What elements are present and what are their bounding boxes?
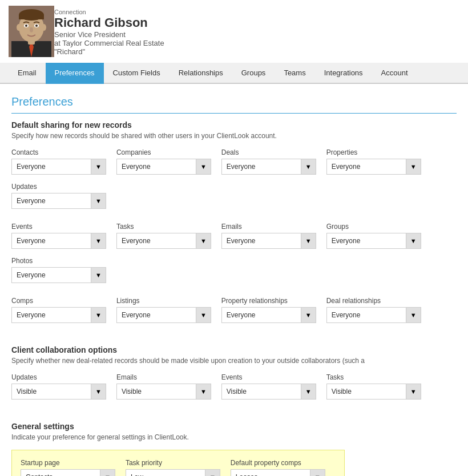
tab-email[interactable]: Email xyxy=(9,63,46,84)
sharing-groups-select[interactable]: EveryoneJust meMy team xyxy=(326,233,406,249)
sharing-tasks-btn[interactable]: ▼ xyxy=(196,233,211,249)
sharing-updates-select[interactable]: EveryoneJust meMy team xyxy=(11,193,91,209)
collab-events-btn[interactable]: ▼ xyxy=(301,384,316,400)
sharing-comps-select[interactable]: EveryoneJust meMy team xyxy=(11,307,91,323)
sharing-listings-select[interactable]: EveryoneJust meMy team xyxy=(116,307,196,323)
sharing-properties-btn[interactable]: ▼ xyxy=(406,159,421,175)
default-property-comps-select[interactable]: LeasesSales xyxy=(231,469,310,476)
collab-events-group: Events VisibleHidden ▼ xyxy=(221,373,316,400)
task-priority-btn[interactable]: ▼ xyxy=(205,469,220,476)
general-settings-box: Startup page ContactsDealsCompaniesPrope… xyxy=(11,450,345,476)
sharing-photos-select[interactable]: EveryoneJust meMy team xyxy=(11,267,91,283)
tab-integrations[interactable]: Integrations xyxy=(315,63,372,84)
task-priority-select[interactable]: LowMediumHigh xyxy=(126,469,205,476)
default-property-comps-label: Default property comps xyxy=(231,459,325,467)
collab-updates-label: Updates xyxy=(11,373,106,381)
collab-emails-btn[interactable]: ▼ xyxy=(196,384,211,400)
sharing-deal-relationships-btn[interactable]: ▼ xyxy=(406,307,421,323)
collab-tasks-btn[interactable]: ▼ xyxy=(406,384,421,400)
sharing-section: Default sharing for new records Specify … xyxy=(11,120,457,331)
collab-updates-btn[interactable]: ▼ xyxy=(91,384,106,400)
sharing-photos-btn[interactable]: ▼ xyxy=(91,267,106,283)
sharing-tasks-label: Tasks xyxy=(116,223,211,231)
sharing-listings-btn[interactable]: ▼ xyxy=(196,307,211,323)
collaboration-description: Specify whether new deal-related records… xyxy=(11,357,457,365)
sharing-description: Specify how new records should be shared… xyxy=(11,132,457,140)
general-heading: General settings xyxy=(11,422,457,431)
collab-updates-select[interactable]: VisibleHidden xyxy=(11,384,91,400)
sharing-emails-select[interactable]: EveryoneJust meMy team xyxy=(221,233,301,249)
sharing-events-group: Events EveryoneJust meMy team ▼ xyxy=(11,223,106,249)
startup-page-btn[interactable]: ▼ xyxy=(100,469,115,476)
task-priority-wrapper: LowMediumHigh ▼ xyxy=(126,469,220,476)
sharing-row-2: Events EveryoneJust meMy team ▼ Tasks Ev… xyxy=(11,223,457,291)
sharing-updates-btn[interactable]: ▼ xyxy=(91,193,106,209)
sharing-emails-wrapper: EveryoneJust meMy team ▼ xyxy=(221,233,316,249)
default-property-comps-btn[interactable]: ▼ xyxy=(310,469,325,476)
sharing-property-relationships-btn[interactable]: ▼ xyxy=(301,307,316,323)
sharing-photos-label: Photos xyxy=(11,257,106,265)
sharing-companies-btn[interactable]: ▼ xyxy=(196,159,211,175)
sharing-properties-group: Properties EveryoneJust meMy team ▼ xyxy=(326,148,421,175)
sharing-deals-select[interactable]: EveryoneJust meMy team xyxy=(221,159,301,175)
collaboration-heading: Client collaboration options xyxy=(11,345,457,354)
collab-tasks-group: Tasks VisibleHidden ▼ xyxy=(326,373,421,400)
sharing-companies-select[interactable]: EveryoneJust meMy team xyxy=(116,159,196,175)
tab-preferences[interactable]: Preferences xyxy=(46,63,104,84)
sharing-contacts-group: Contacts EveryoneJust meMy team ▼ xyxy=(11,148,106,175)
tab-groups[interactable]: Groups xyxy=(232,63,275,84)
sharing-contacts-wrapper: EveryoneJust meMy team ▼ xyxy=(11,159,106,175)
sharing-comps-label: Comps xyxy=(11,297,106,305)
sharing-deals-label: Deals xyxy=(221,148,316,156)
sharing-heading: Default sharing for new records xyxy=(11,120,457,130)
sharing-tasks-select[interactable]: EveryoneJust meMy team xyxy=(116,233,196,249)
collab-emails-wrapper: VisibleHidden ▼ xyxy=(116,384,211,400)
page-title: Preferences xyxy=(11,95,457,114)
tab-relationships[interactable]: Relationships xyxy=(170,63,232,84)
startup-page-select[interactable]: ContactsDealsCompaniesProperties xyxy=(21,469,100,476)
sharing-property-relationships-select[interactable]: EveryoneJust meMy team xyxy=(221,307,301,323)
sharing-deals-btn[interactable]: ▼ xyxy=(301,159,316,175)
sharing-listings-group: Listings EveryoneJust meMy team ▼ xyxy=(116,297,211,323)
collab-updates-wrapper: VisibleHidden ▼ xyxy=(11,384,106,400)
collab-tasks-select[interactable]: VisibleHidden xyxy=(326,384,406,400)
sharing-events-btn[interactable]: ▼ xyxy=(91,233,106,249)
sharing-events-label: Events xyxy=(11,223,106,231)
sharing-emails-label: Emails xyxy=(221,223,316,231)
sharing-groups-label: Groups xyxy=(326,223,421,231)
sharing-properties-select[interactable]: EveryoneJust meMy team xyxy=(326,159,406,175)
sharing-row-3: Comps EveryoneJust meMy team ▼ Listings … xyxy=(11,297,457,331)
sharing-tasks-wrapper: EveryoneJust meMy team ▼ xyxy=(116,233,211,249)
main-content: Preferences Default sharing for new reco… xyxy=(0,84,468,476)
sharing-comps-btn[interactable]: ▼ xyxy=(91,307,106,323)
sharing-photos-wrapper: EveryoneJust meMy team ▼ xyxy=(11,267,106,283)
sharing-events-select[interactable]: EveryoneJust meMy team xyxy=(11,233,91,249)
sharing-updates-label: Updates xyxy=(11,183,106,191)
profile-name: Richard Gibson xyxy=(54,15,164,30)
general-description: Indicate your preference for general set… xyxy=(11,433,457,441)
tab-teams[interactable]: Teams xyxy=(275,63,314,84)
sharing-groups-btn[interactable]: ▼ xyxy=(406,233,421,249)
sharing-groups-wrapper: EveryoneJust meMy team ▼ xyxy=(326,233,421,249)
sharing-deal-relationships-select[interactable]: EveryoneJust meMy team xyxy=(326,307,406,323)
sharing-companies-wrapper: EveryoneJust meMy team ▼ xyxy=(116,159,211,175)
sharing-updates-wrapper: EveryoneJust meMy team ▼ xyxy=(11,193,106,209)
svg-point-12 xyxy=(17,24,21,31)
sharing-contacts-select[interactable]: EveryoneJust meMy team xyxy=(11,159,91,175)
sharing-contacts-btn[interactable]: ▼ xyxy=(91,159,106,175)
tab-account[interactable]: Account xyxy=(372,63,417,84)
svg-point-10 xyxy=(25,25,27,27)
sharing-properties-wrapper: EveryoneJust meMy team ▼ xyxy=(326,159,421,175)
tab-custom-fields[interactable]: Custom Fields xyxy=(104,63,170,84)
sharing-properties-label: Properties xyxy=(326,148,421,156)
connection-label: Connection xyxy=(54,9,164,15)
sharing-companies-group: Companies EveryoneJust meMy team ▼ xyxy=(116,148,211,175)
collab-emails-select[interactable]: VisibleHidden xyxy=(116,384,196,400)
profile-header: Connection Richard Gibson Senior Vice Pr… xyxy=(0,0,468,63)
svg-point-13 xyxy=(42,24,46,31)
sharing-emails-btn[interactable]: ▼ xyxy=(301,233,316,249)
collab-events-select[interactable]: VisibleHidden xyxy=(221,384,301,400)
sharing-property-relationships-wrapper: EveryoneJust meMy team ▼ xyxy=(221,307,316,323)
task-priority-group: Task priority LowMediumHigh ▼ xyxy=(126,459,220,476)
collab-events-wrapper: VisibleHidden ▼ xyxy=(221,384,316,400)
